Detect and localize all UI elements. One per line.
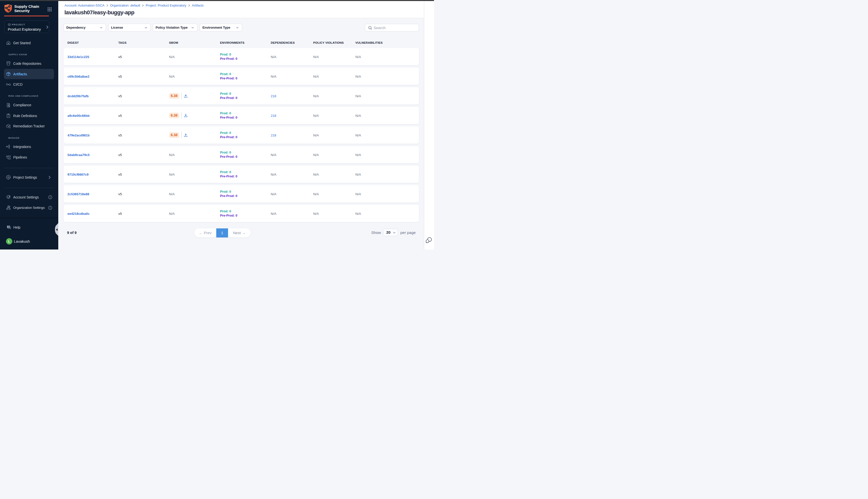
svg-text:?: ? <box>8 226 9 228</box>
